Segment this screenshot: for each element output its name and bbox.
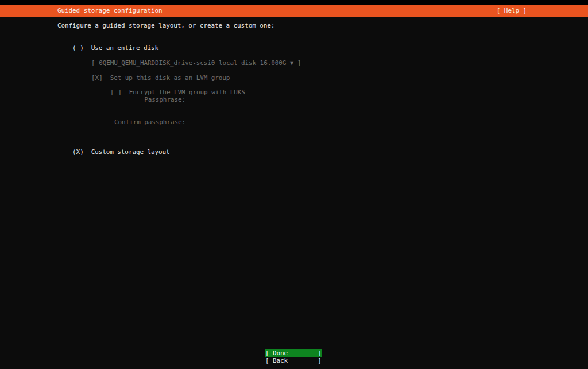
intro-text: Configure a guided storage layout, or cr… [57, 22, 274, 29]
dropdown-close-bracket: ] [293, 59, 301, 67]
checkbox-unchecked-icon: [ ] [110, 89, 122, 96]
back-button[interactable]: [ Back ] [265, 357, 322, 364]
confirm-passphrase-label: Confirm passphrase: [57, 118, 185, 126]
radio-use-entire-disk-label: Use an entire disk [91, 44, 158, 52]
passphrase-label: Passphrase: [57, 96, 185, 103]
page-title: Guided storage configuration [57, 7, 163, 14]
dropdown-open-bracket: [ [91, 59, 99, 67]
radio-selected-icon: (X) [72, 148, 84, 156]
radio-custom-storage-layout[interactable]: (X)Custom storage layout [57, 141, 170, 163]
radio-marker-icon: ( ) [72, 44, 84, 52]
done-button[interactable]: [ Done ] [265, 349, 322, 357]
dropdown-arrow-icon: ▼ [286, 59, 293, 67]
top-strip [0, 0, 588, 5]
radio-custom-layout-label: Custom storage layout [91, 148, 170, 156]
checkbox-luks-label: Encrypt the LVM group with LUKS [129, 89, 245, 96]
disk-selector-value: 0QEMU_QEMU_HARDDISK_drive-scsi0 local di… [99, 59, 286, 67]
title-bar: Guided storage configuration [ Help ] [0, 5, 588, 17]
help-button[interactable]: [ Help ] [497, 7, 527, 14]
